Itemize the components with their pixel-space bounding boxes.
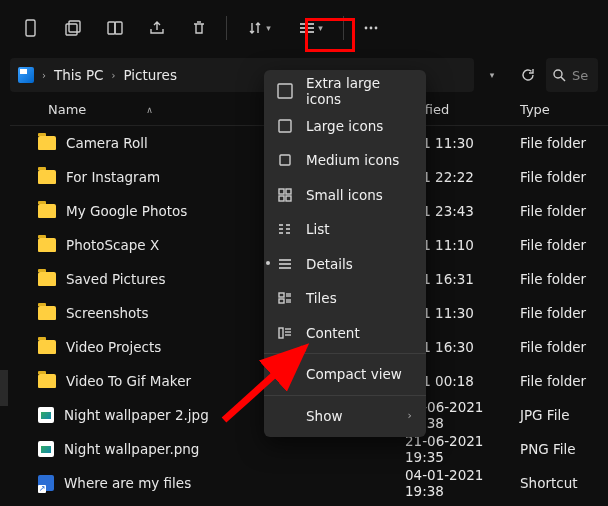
xl-icon bbox=[276, 83, 294, 99]
file-name: Video To Gif Maker bbox=[66, 373, 191, 389]
sm-icon bbox=[276, 187, 294, 203]
file-date: 21-06-2021 19:35 bbox=[405, 433, 520, 465]
selected-indicator-icon bbox=[266, 261, 270, 265]
overflow-button[interactable] bbox=[352, 9, 390, 47]
folder-icon bbox=[38, 340, 56, 354]
menu-small-icons[interactable]: Small icons bbox=[264, 178, 426, 213]
file-name: Night wallpaper 2.jpg bbox=[64, 407, 209, 423]
svg-point-10 bbox=[375, 27, 378, 30]
folder-icon bbox=[38, 170, 56, 184]
folder-icon bbox=[38, 136, 56, 150]
file-type: File folder bbox=[520, 203, 608, 219]
menu-extra-large-icons[interactable]: Extra large icons bbox=[264, 74, 426, 109]
menu-details[interactable]: Details bbox=[264, 247, 426, 282]
toolbar-divider bbox=[226, 16, 227, 40]
menu-content[interactable]: Content bbox=[264, 316, 426, 351]
svg-rect-1 bbox=[66, 24, 77, 35]
folder-icon bbox=[38, 204, 56, 218]
svg-rect-35 bbox=[279, 328, 283, 338]
file-name: Where are my files bbox=[64, 475, 191, 491]
share-button[interactable] bbox=[138, 9, 176, 47]
tiles-icon bbox=[276, 290, 294, 306]
menu-label: Extra large icons bbox=[306, 75, 412, 107]
toolbar: ▾ ▾ bbox=[0, 0, 608, 56]
folder-icon bbox=[38, 272, 56, 286]
this-pc-icon bbox=[18, 67, 34, 83]
svg-point-8 bbox=[365, 27, 368, 30]
menu-label: Details bbox=[306, 256, 412, 272]
menu-label: Medium icons bbox=[306, 152, 412, 168]
file-type: File folder bbox=[520, 339, 608, 355]
file-type: File folder bbox=[520, 135, 608, 151]
menu-large-icons[interactable]: Large icons bbox=[264, 109, 426, 144]
nav-pane-edge bbox=[0, 370, 8, 406]
menu-separator bbox=[264, 395, 426, 396]
dropdown-button[interactable]: ▾ bbox=[474, 58, 510, 92]
folder-icon bbox=[38, 238, 56, 252]
svg-rect-19 bbox=[286, 196, 291, 201]
menu-medium-icons[interactable]: Medium icons bbox=[264, 143, 426, 178]
chevron-right-icon: › bbox=[408, 409, 412, 422]
details-icon bbox=[276, 256, 294, 272]
breadcrumb-root[interactable]: This PC bbox=[54, 67, 103, 83]
file-name: Night wallpaper.png bbox=[64, 441, 199, 457]
file-type: PNG File bbox=[520, 441, 608, 457]
svg-point-9 bbox=[370, 27, 373, 30]
file-type: File folder bbox=[520, 305, 608, 321]
menu-label: Large icons bbox=[306, 118, 412, 134]
file-type: File folder bbox=[520, 271, 608, 287]
list-item[interactable]: Where are my files04-01-2021 19:38Shortc… bbox=[10, 466, 608, 500]
folder-icon bbox=[38, 306, 56, 320]
menu-label: Small icons bbox=[306, 187, 412, 203]
copy-button[interactable] bbox=[96, 9, 134, 47]
svg-rect-32 bbox=[279, 299, 284, 303]
list-icon bbox=[276, 221, 294, 237]
search-input[interactable]: Se bbox=[546, 58, 598, 92]
md-icon bbox=[276, 152, 294, 168]
file-name: PhotoScape X bbox=[66, 237, 159, 253]
svg-rect-3 bbox=[108, 22, 115, 34]
list-item[interactable]: Night wallpaper.png21-06-2021 19:35PNG F… bbox=[10, 432, 608, 466]
folder-icon bbox=[38, 374, 56, 388]
new-button[interactable] bbox=[12, 9, 50, 47]
svg-rect-16 bbox=[279, 189, 284, 194]
menu-show[interactable]: Show › bbox=[264, 399, 426, 434]
menu-label: List bbox=[306, 221, 412, 237]
shortcut-icon bbox=[38, 475, 54, 491]
delete-button[interactable] bbox=[180, 9, 218, 47]
svg-rect-29 bbox=[279, 293, 284, 297]
chevron-right-icon: › bbox=[42, 70, 46, 81]
menu-list[interactable]: List bbox=[264, 212, 426, 247]
cut-button[interactable] bbox=[54, 9, 92, 47]
file-date: 04-01-2021 19:38 bbox=[405, 467, 520, 499]
refresh-button[interactable] bbox=[510, 58, 546, 92]
breadcrumb-folder[interactable]: Pictures bbox=[123, 67, 176, 83]
file-type: File folder bbox=[520, 237, 608, 253]
search-placeholder: Se bbox=[572, 68, 588, 83]
chevron-right-icon: › bbox=[111, 70, 115, 81]
annotation-highlight bbox=[305, 18, 355, 52]
image-file-icon bbox=[38, 441, 54, 457]
svg-rect-15 bbox=[280, 155, 290, 165]
file-name: Video Projects bbox=[66, 339, 161, 355]
svg-rect-0 bbox=[26, 20, 35, 36]
svg-rect-17 bbox=[286, 189, 291, 194]
image-file-icon bbox=[38, 407, 54, 423]
menu-label: Content bbox=[306, 325, 412, 341]
file-name: My Google Photos bbox=[66, 203, 187, 219]
svg-rect-14 bbox=[279, 120, 291, 132]
svg-line-12 bbox=[561, 77, 565, 81]
chevron-down-icon: ▾ bbox=[266, 23, 271, 33]
file-type: Shortcut bbox=[520, 475, 608, 491]
file-type: File folder bbox=[520, 373, 608, 389]
menu-label: Tiles bbox=[306, 290, 412, 306]
file-name: Camera Roll bbox=[66, 135, 148, 151]
file-name: Saved Pictures bbox=[66, 271, 165, 287]
sort-button[interactable]: ▾ bbox=[235, 9, 283, 47]
menu-compact-view[interactable]: Compact view bbox=[264, 357, 426, 392]
lg-icon bbox=[276, 118, 294, 134]
view-menu: Extra large iconsLarge iconsMedium icons… bbox=[264, 70, 426, 437]
column-type-header[interactable]: Type bbox=[520, 102, 608, 117]
svg-rect-4 bbox=[115, 22, 122, 34]
menu-tiles[interactable]: Tiles bbox=[264, 281, 426, 316]
